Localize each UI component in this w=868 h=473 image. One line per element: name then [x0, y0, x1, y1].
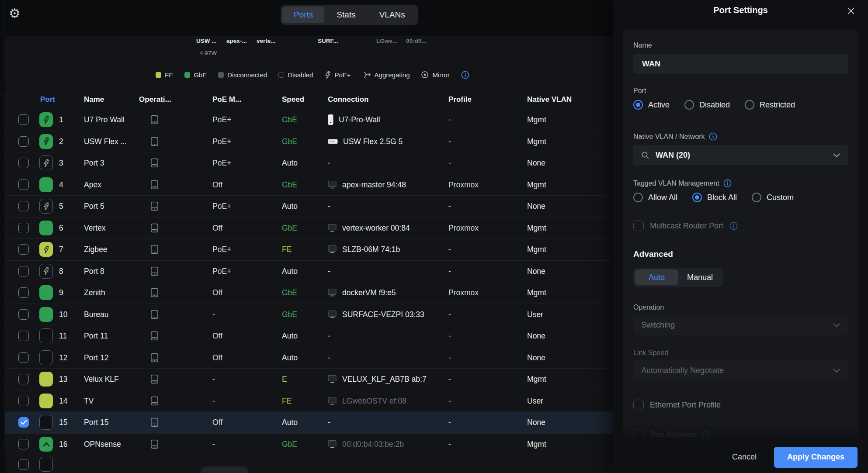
tagged-vlan-radio-group: Allow AllBlock AllCustom — [633, 193, 848, 202]
client-icon — [328, 224, 337, 232]
row-checkbox[interactable] — [18, 287, 29, 298]
link-speed-select[interactable]: Automatically Negotiate — [633, 360, 848, 380]
connection-name: - — [328, 266, 330, 276]
connection-name: vertex-worker 00:84 — [342, 223, 410, 232]
info-icon[interactable] — [709, 132, 717, 141]
port-state-label: Port — [633, 87, 848, 95]
client-icon — [328, 375, 337, 383]
native-vlan: Mgmt — [527, 439, 546, 449]
panel-footer: Cancel Apply Changes — [613, 441, 868, 473]
row-checkbox[interactable] — [18, 459, 29, 470]
row-checkbox[interactable] — [18, 136, 29, 147]
legend-label: FE — [165, 71, 173, 79]
poe-mode: Off — [212, 331, 222, 341]
info-icon[interactable] — [723, 179, 732, 187]
column-header-profile[interactable]: Profile — [448, 95, 472, 104]
row-checkbox[interactable] — [18, 244, 29, 255]
native-vlan-select[interactable]: WAN (20) — [633, 145, 848, 165]
connection: - — [328, 159, 330, 168]
port-number: 13 — [59, 375, 67, 384]
port-name: Velux KLF — [84, 375, 119, 384]
cancel-button[interactable]: Cancel — [732, 452, 757, 462]
switch-device-icon — [151, 396, 158, 405]
port-number: 14 — [59, 396, 67, 405]
apply-changes-button[interactable]: Apply Changes — [774, 447, 858, 468]
tab-vlans[interactable]: VLANs — [368, 7, 417, 23]
row-checkbox[interactable] — [18, 396, 29, 406]
gbe-swatch — [184, 72, 190, 78]
speed: Auto — [282, 159, 298, 168]
poe-power-total: 4.97W — [200, 50, 217, 56]
column-header-operati-[interactable]: Operati... — [139, 95, 171, 104]
close-icon[interactable] — [846, 6, 856, 16]
switch-device-icon — [151, 245, 158, 254]
port-isolation-checkbox[interactable] — [633, 429, 644, 439]
name-input[interactable]: WAN — [633, 54, 848, 74]
info-icon[interactable] — [702, 431, 710, 439]
port-number: 5 — [59, 202, 63, 211]
mode-manual[interactable]: Manual — [678, 269, 722, 285]
mode-auto[interactable]: Auto — [635, 269, 678, 285]
multicast-checkbox[interactable] — [633, 221, 644, 231]
info-icon[interactable] — [729, 222, 738, 230]
row-checkbox[interactable] — [18, 158, 29, 168]
column-header-name[interactable]: Name — [84, 95, 104, 104]
speed: GbE — [282, 180, 297, 189]
column-header-speed[interactable]: Speed — [282, 95, 304, 104]
info-icon[interactable] — [461, 71, 469, 79]
multicast-router-port-row: Multicast Router Port — [633, 221, 848, 231]
native-vlan: Mgmt — [527, 288, 546, 297]
operation-select[interactable]: Switching — [633, 315, 848, 335]
tab-ports[interactable]: Ports — [282, 7, 324, 23]
row-checkbox[interactable] — [18, 180, 29, 190]
connection: - — [328, 331, 330, 341]
column-header-connection[interactable]: Connection — [328, 95, 369, 104]
connection: vertex-worker 00:84 — [328, 223, 410, 232]
ethernet-port-profile-checkbox[interactable] — [633, 400, 644, 410]
radio-label: Restricted — [760, 100, 795, 110]
row-checkbox[interactable] — [18, 374, 29, 384]
connection-name: LGwebOSTV ef:08 — [342, 396, 406, 405]
row-checkbox[interactable] — [18, 266, 29, 276]
column-header-native-vlan[interactable]: Native VLAN — [527, 95, 572, 104]
row-checkbox[interactable] — [18, 331, 29, 341]
switch-device-icon — [151, 180, 158, 189]
profile: - — [448, 159, 451, 168]
pagination-pill[interactable] — [201, 466, 248, 473]
tab-stats[interactable]: Stats — [325, 7, 367, 23]
legend-item-gbe: GbE — [184, 71, 207, 79]
row-checkbox[interactable] — [18, 352, 29, 363]
speed: GbE — [282, 137, 297, 146]
row-checkbox[interactable] — [18, 309, 29, 320]
chevron-down-icon — [833, 368, 840, 373]
radio-icon — [745, 100, 754, 110]
legend-item-disabled: Disabled — [278, 71, 313, 79]
native-vlan: User — [527, 396, 543, 405]
port-state-option-disabled[interactable]: Disabled — [684, 100, 730, 110]
poe-mode: - — [212, 396, 215, 405]
row-checkbox[interactable] — [18, 439, 29, 449]
settings-gear-icon[interactable]: ⚙ — [9, 7, 21, 20]
row-checkbox[interactable] — [18, 223, 29, 233]
row-checkbox[interactable] — [18, 201, 29, 211]
poe-mode: Off — [212, 223, 222, 232]
port-state-option-active[interactable]: Active — [633, 100, 670, 110]
switch-device-icon — [151, 418, 158, 427]
profile: - — [448, 375, 451, 384]
port-status-icon — [39, 242, 53, 257]
speed: Auto — [282, 331, 298, 341]
column-header-port[interactable]: Port — [40, 95, 55, 104]
column-header-poe-m-[interactable]: PoE M... — [212, 95, 241, 104]
connection-name: - — [328, 159, 330, 168]
port-isolation-row: Port Isolation — [633, 429, 848, 439]
tagged-vlan-option-block-all[interactable]: Block All — [692, 193, 737, 202]
tagged-vlan-option-custom[interactable]: Custom — [752, 193, 794, 202]
row-checkbox[interactable] — [18, 114, 29, 125]
disabled-swatch — [278, 72, 284, 78]
connection: VELUX_KLF_AB7B ab:7 — [328, 375, 427, 384]
switch-device-icon — [151, 353, 158, 362]
tagged-vlan-option-allow-all[interactable]: Allow All — [633, 193, 677, 202]
row-checkbox[interactable] — [18, 417, 29, 428]
port-state-option-restricted[interactable]: Restricted — [745, 100, 795, 110]
operation-label: Operation — [633, 304, 848, 311]
